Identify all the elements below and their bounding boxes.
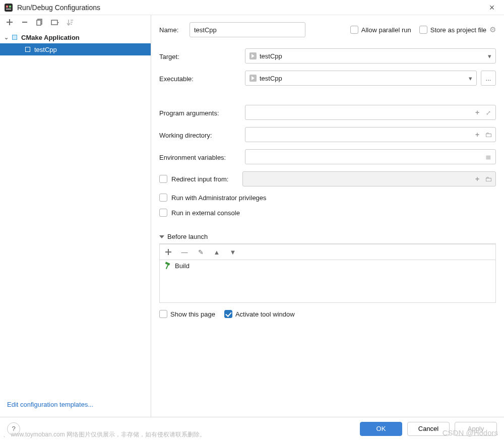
down-task-button[interactable]: ▼ xyxy=(228,247,237,257)
checkbox-icon xyxy=(419,26,427,34)
panel: Name: Allow parallel run Store as projec… xyxy=(151,15,504,417)
target-value: testCpp xyxy=(260,52,282,60)
checkbox-checked-icon xyxy=(224,310,232,318)
cancel-button[interactable]: Cancel xyxy=(407,422,450,436)
category-label: CMake Application xyxy=(20,34,80,41)
sidebar-toolbar xyxy=(0,15,151,29)
store-as-project-label: Store as project file xyxy=(430,26,486,34)
before-launch-header[interactable]: Before launch xyxy=(159,230,496,244)
checkbox-icon xyxy=(159,209,167,217)
executable-value: testCpp xyxy=(260,75,282,82)
insert-macro-icon[interactable] xyxy=(473,108,481,116)
program-args-input[interactable] xyxy=(245,105,496,120)
config-tree[interactable]: ⌄ CMake Application testCpp xyxy=(0,29,151,396)
svg-rect-9 xyxy=(51,20,57,25)
close-icon[interactable]: × xyxy=(482,0,502,15)
help-button[interactable]: ? xyxy=(7,422,20,435)
titlebar: Run/Debug Configurations × xyxy=(0,0,504,15)
before-launch-item[interactable]: Build xyxy=(160,260,495,272)
executable-icon xyxy=(249,75,257,82)
dialog-title: Run/Debug Configurations xyxy=(17,4,100,12)
add-config-button[interactable] xyxy=(5,18,14,27)
svg-rect-8 xyxy=(37,20,41,25)
caret-down-icon: ▾ xyxy=(488,52,491,60)
chevron-down-icon: ⌄ xyxy=(3,34,9,41)
expand-icon[interactable] xyxy=(484,108,492,116)
save-config-button[interactable] xyxy=(50,18,59,27)
sidebar-footer: Edit configuration templates... xyxy=(0,396,151,417)
config-item-label: testCpp xyxy=(33,46,57,53)
sort-config-button[interactable] xyxy=(66,18,75,27)
store-as-project-checkbox[interactable]: Store as project file xyxy=(419,26,486,34)
activate-label: Activate tool window xyxy=(235,310,295,318)
before-item-label: Build xyxy=(175,262,190,270)
folder-icon xyxy=(484,175,492,183)
cmake-icon xyxy=(24,46,31,53)
add-task-button[interactable] xyxy=(164,247,173,257)
checkbox-icon xyxy=(159,194,167,202)
name-input[interactable] xyxy=(190,22,305,37)
gear-icon[interactable]: ⚙ xyxy=(489,25,496,34)
top-row: Name: Allow parallel run Store as projec… xyxy=(159,22,496,37)
env-vars-input[interactable] xyxy=(245,149,496,164)
svg-rect-3 xyxy=(6,9,11,10)
allow-parallel-checkbox[interactable]: Allow parallel run xyxy=(350,26,411,34)
executable-combo[interactable]: testCpp ▾ xyxy=(245,71,477,86)
activate-tool-window-checkbox[interactable]: Activate tool window xyxy=(224,310,295,318)
config-category[interactable]: ⌄ CMake Application xyxy=(0,31,151,43)
show-this-page-checkbox[interactable]: Show this page xyxy=(159,310,215,318)
up-task-button[interactable]: ▲ xyxy=(212,247,221,257)
redirect-input-row: Redirect input from: xyxy=(159,171,496,186)
run-admin-checkbox[interactable]: Run with Administrator privileges xyxy=(159,194,496,202)
edit-templates-link[interactable]: Edit configuration templates... xyxy=(7,401,93,408)
target-label: Target: xyxy=(159,52,245,60)
run-external-label: Run in external console xyxy=(171,209,240,217)
ok-button[interactable]: OK xyxy=(360,422,402,436)
show-this-page-label: Show this page xyxy=(170,310,215,318)
config-item[interactable]: testCpp xyxy=(0,43,151,55)
hammer-icon xyxy=(164,263,171,270)
checkbox-icon xyxy=(159,310,167,318)
insert-macro-icon xyxy=(473,175,481,183)
before-launch-toolbar: — ✎ ▲ ▼ xyxy=(159,244,496,260)
checkbox-icon xyxy=(350,26,358,34)
apply-button: Apply xyxy=(455,422,497,436)
caret-down-icon: ▾ xyxy=(469,75,472,82)
remove-task-button[interactable]: — xyxy=(180,247,189,257)
run-external-checkbox[interactable]: Run in external console xyxy=(159,209,496,217)
form-grid: Target: testCpp ▾ Executable: testCpp ▾ … xyxy=(159,48,496,217)
before-launch-title: Before launch xyxy=(167,233,208,240)
svg-rect-1 xyxy=(6,6,8,8)
run-admin-label: Run with Administrator privileges xyxy=(171,194,267,202)
list-icon[interactable] xyxy=(484,153,492,161)
cmake-icon xyxy=(11,34,18,41)
checkbox-icon xyxy=(159,175,167,183)
target-combo[interactable]: testCpp ▾ xyxy=(245,48,496,64)
browse-executable-button[interactable]: ... xyxy=(481,71,496,86)
app-icon xyxy=(4,3,13,12)
env-vars-field[interactable] xyxy=(248,150,481,164)
redirect-input-checkbox[interactable]: Redirect input from: xyxy=(159,175,237,183)
edit-task-button[interactable]: ✎ xyxy=(196,247,205,257)
working-dir-input[interactable] xyxy=(245,127,496,142)
triangle-down-icon xyxy=(159,235,164,238)
insert-macro-icon[interactable] xyxy=(473,131,481,139)
working-dir-label: Working directory: xyxy=(159,131,245,139)
allow-parallel-label: Allow parallel run xyxy=(361,26,411,34)
sidebar: ⌄ CMake Application testCpp Edit configu… xyxy=(0,15,151,417)
before-launch-list[interactable]: Build xyxy=(159,260,496,303)
working-dir-field[interactable] xyxy=(248,128,470,142)
svg-rect-0 xyxy=(5,4,13,12)
redirect-input xyxy=(246,172,470,186)
redirect-label: Redirect input from: xyxy=(171,175,228,183)
name-label: Name: xyxy=(159,26,190,34)
svg-rect-2 xyxy=(9,6,11,8)
executable-label: Executable: xyxy=(159,74,245,83)
copy-config-button[interactable] xyxy=(35,18,44,27)
before-launch-section: Before launch — ✎ ▲ ▼ Build Show this pa… xyxy=(159,230,496,318)
program-args-field[interactable] xyxy=(248,105,470,119)
redirect-input-field xyxy=(242,171,496,186)
dialog-footer: ? OK Cancel Apply xyxy=(0,417,504,440)
remove-config-button[interactable] xyxy=(20,18,29,27)
folder-icon[interactable] xyxy=(484,131,492,139)
